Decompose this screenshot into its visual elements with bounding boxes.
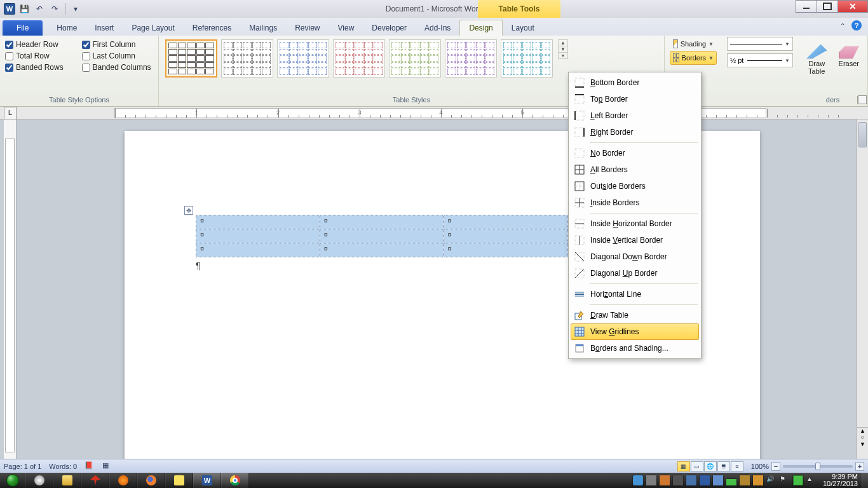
minimize-ribbon-icon[interactable]: ⌃ (840, 22, 845, 29)
view-draft[interactable]: ≡ (731, 461, 743, 471)
menu-inside-vertical[interactable]: Inside Vertical Border (571, 232, 699, 248)
tray-flag-icon[interactable]: ⚑ (780, 475, 790, 485)
menu-diagonal-up[interactable]: Diagonal Up Border (571, 265, 699, 281)
zoom-slider[interactable] (783, 465, 853, 468)
vertical-ruler[interactable] (4, 119, 17, 459)
menu-no-border[interactable]: No Border (571, 145, 699, 161)
view-print-layout[interactable]: ▦ (677, 461, 690, 471)
scrollbar-thumb[interactable] (858, 122, 867, 147)
macro-record-icon[interactable]: ▦ (102, 461, 112, 471)
style-thumb-5[interactable] (445, 39, 497, 78)
menu-bottom-border[interactable]: Bottom Border (571, 74, 699, 91)
tab-insert[interactable]: Insert (86, 20, 123, 36)
menu-right-border[interactable]: Right Border (571, 124, 699, 140)
browse-object-buttons[interactable]: ▲○▼ (857, 427, 868, 447)
status-page[interactable]: Page: 1 of 1 (4, 463, 41, 470)
style-thumb-4[interactable] (389, 39, 441, 78)
close-button[interactable] (837, 0, 868, 13)
tab-home[interactable]: Home (48, 20, 86, 36)
gallery-scroll[interactable]: ▲▼▾ (558, 39, 568, 59)
view-web-layout[interactable]: 🌐 (704, 461, 717, 471)
undo-icon[interactable]: ↶ (33, 3, 46, 15)
help-icon[interactable]: ? (851, 20, 862, 30)
chk-header-row[interactable]: Header Row (5, 40, 77, 49)
chk-total-row[interactable]: Total Row (5, 51, 77, 60)
redo-icon[interactable]: ↷ (48, 3, 61, 15)
menu-draw-table[interactable]: Draw Table (571, 307, 699, 323)
menu-inside-borders[interactable]: Inside Borders (571, 194, 699, 211)
menu-all-borders[interactable]: All Borders (571, 161, 699, 178)
tray-cloud-icon[interactable] (633, 475, 643, 485)
tray-java-icon[interactable] (660, 475, 670, 485)
view-outline[interactable]: ≣ (717, 461, 730, 471)
tray-shield-icon[interactable] (753, 475, 763, 485)
table-move-handle[interactable] (184, 206, 193, 215)
tray-chevron-up-icon[interactable]: ▲ (806, 475, 817, 485)
taskbar-chrome[interactable] (221, 473, 249, 488)
tray-icon-4[interactable] (700, 475, 710, 485)
taskbar-pin-app[interactable] (81, 473, 109, 488)
tray-network-icon[interactable] (726, 475, 736, 485)
maximize-button[interactable] (817, 0, 838, 13)
tray-icon-5[interactable] (713, 475, 723, 485)
tab-view[interactable]: View (329, 20, 363, 36)
style-thumb-1[interactable] (221, 39, 273, 78)
zoom-in-button[interactable]: + (855, 462, 864, 471)
minimize-button[interactable] (796, 0, 817, 13)
menu-borders-and-shading[interactable]: Borders and Shading... (571, 340, 699, 356)
style-thumb-6[interactable] (501, 39, 553, 78)
taskbar-explorer[interactable] (53, 473, 81, 488)
menu-left-border[interactable]: Left Border (571, 107, 699, 124)
menu-horizontal-line[interactable]: Horizontal Line (571, 286, 699, 302)
tab-review[interactable]: Review (286, 20, 329, 36)
spellcheck-icon[interactable]: 📕 (85, 461, 95, 471)
tray-volume-icon[interactable]: 🔊 (766, 475, 776, 485)
taskbar-firefox[interactable] (137, 473, 165, 488)
chk-banded-rows[interactable]: Banded Rows (5, 63, 77, 72)
line-style-combo[interactable]: ▼ (727, 37, 793, 51)
zoom-slider-knob[interactable] (815, 463, 820, 470)
zoom-out-button[interactable]: − (771, 462, 780, 471)
taskbar-clock[interactable]: 9:39 PM 10/27/2013 (819, 473, 862, 487)
tray-icon-6[interactable] (740, 475, 750, 485)
taskbar-sticky-notes[interactable] (165, 473, 193, 488)
shading-button[interactable]: Shading ▼ (670, 37, 717, 51)
zoom-level[interactable]: 100% (751, 463, 769, 470)
tray-battery-icon[interactable] (793, 475, 803, 485)
tray-icon-2[interactable] (673, 475, 683, 485)
line-weight-combo[interactable]: ½ pt▼ (727, 53, 793, 67)
tray-icon-3[interactable] (686, 475, 696, 485)
menu-inside-horizontal[interactable]: Inside Horizontal Border (571, 215, 699, 232)
menu-outside-borders[interactable]: Outside Borders (571, 178, 699, 194)
tab-developer[interactable]: Developer (363, 20, 416, 36)
show-desktop-button[interactable] (862, 473, 868, 488)
tab-file[interactable]: File (3, 20, 43, 36)
menu-view-gridlines[interactable]: View Gridlines (571, 323, 699, 340)
style-thumb-2[interactable] (277, 39, 329, 78)
taskbar-word[interactable]: W (193, 473, 221, 488)
tab-addins[interactable]: Add-Ins (416, 20, 459, 36)
tab-selector[interactable]: L (4, 107, 17, 119)
tab-design[interactable]: Design (459, 20, 502, 36)
style-thumb-3[interactable] (333, 39, 385, 78)
menu-top-border[interactable]: Top Border (571, 91, 699, 107)
chk-last-column[interactable]: Last Column (82, 51, 154, 60)
ruler-toggle-icon[interactable] (858, 95, 867, 104)
taskbar-media-player[interactable] (109, 473, 137, 488)
taskbar-clock-app[interactable] (25, 473, 53, 488)
status-words[interactable]: Words: 0 (49, 463, 77, 470)
tab-mailings[interactable]: Mailings (240, 20, 286, 36)
tab-layout[interactable]: Layout (503, 20, 543, 36)
tab-references[interactable]: References (184, 20, 240, 36)
tray-icon-1[interactable] (646, 475, 656, 485)
chk-first-column[interactable]: First Column (82, 40, 154, 49)
save-icon[interactable]: 💾 (18, 3, 31, 15)
menu-diagonal-down[interactable]: Diagonal Down Border (571, 248, 699, 265)
vertical-scrollbar[interactable]: ▲○▼ (857, 119, 868, 459)
tab-page-layout[interactable]: Page Layout (123, 20, 183, 36)
borders-button[interactable]: Borders ▼ (670, 51, 717, 65)
style-thumb-plain[interactable] (165, 39, 217, 78)
start-button[interactable] (0, 473, 25, 488)
word-app-icon[interactable]: W (4, 3, 15, 15)
view-full-screen[interactable]: ▭ (691, 461, 703, 471)
